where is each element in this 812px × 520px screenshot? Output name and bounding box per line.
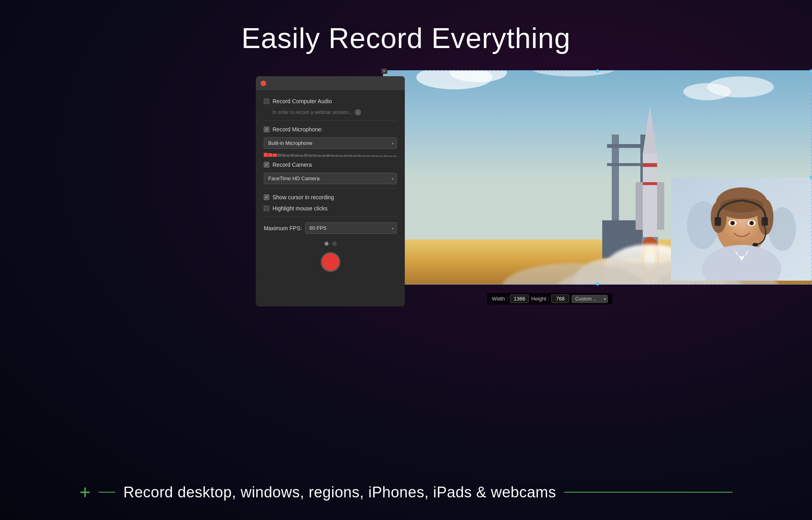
mic-bar-8 [295,154,299,157]
mic-bar-5 [282,154,286,157]
record-audio-label: Record Computer Audio [273,98,332,104]
bottom-divider-right [564,492,733,493]
record-audio-row: Record Computer Audio [264,98,397,104]
webinar-note-row: In order to record a webinar session... … [273,109,397,116]
mic-bar-2 [268,153,272,157]
mic-bar-22 [357,155,361,157]
highlight-clicks-label: Highlight mouse clicks [273,205,328,212]
mic-bar-7 [290,154,294,157]
show-cursor-checkbox[interactable] [264,195,269,200]
page-container: Easily Record Everything ✕ [0,0,812,308]
show-cursor-label: Show cursor in recording [273,194,334,200]
bottom-section: + Record desktop, windows, regions, iPho… [0,464,812,520]
record-audio-checkbox[interactable] [264,98,269,104]
record-camera-row: Record Camera [264,162,397,168]
camera-dropdown[interactable]: FaceTime HD Camera External Camera [264,173,397,184]
mic-bar-11 [308,154,312,157]
mic-bar-27 [379,156,383,157]
fps-label: Maximum FPS: [264,225,302,231]
panel-content: Record Computer Audio In order to record… [256,90,405,278]
mic-bar-18 [339,155,343,157]
mic-bar-13 [317,155,321,157]
mic-bar-28 [384,155,388,157]
width-label: Width : [492,296,508,302]
bottom-description: Record desktop, windows, regions, iPhone… [123,484,556,501]
mic-bar-30 [393,156,397,157]
microphone-dropdown-wrapper: Built-in Microphone External Microphone … [264,137,397,149]
record-button-inner [327,258,334,266]
custom-dropdown-wrapper: Custom ... 1920×1080 1280×720 1024×768 ▾ [572,295,608,303]
show-cursor-row: Show cursor in recording [264,194,397,200]
svg-rect-15 [643,182,657,185]
svg-point-43 [731,222,734,224]
fps-dropdown[interactable]: 60 FPS 30 FPS 24 FPS 15 FPS [305,222,397,234]
record-button-area [264,252,397,272]
close-icon[interactable]: ✕ [381,68,387,74]
webcam-person-svg [671,177,812,281]
panel-titlebar [256,76,405,90]
mic-bar-3 [273,154,276,157]
mic-bar-20 [348,155,352,157]
svg-point-44 [750,222,753,224]
svg-rect-14 [643,163,657,167]
mic-bar-15 [326,154,330,157]
divider-3 [264,216,397,217]
recording-area: ✕ Record Computer [256,70,812,308]
camera-dropdown-wrapper: FaceTime HD Camera External Camera ▾ [264,173,397,184]
height-value[interactable]: 768 [551,295,569,303]
svg-rect-17 [657,182,664,230]
dot-1[interactable] [325,242,329,246]
width-value[interactable]: 1366 [510,295,529,303]
height-label: Height : [531,296,549,302]
mic-bar-14 [322,155,326,157]
mic-bar-4 [277,154,281,157]
mic-bar-17 [335,155,339,157]
mic-bar-10 [304,154,308,157]
info-icon[interactable]: i [355,109,361,116]
svg-rect-16 [636,182,643,230]
fps-row: Maximum FPS: 60 FPS 30 FPS 24 FPS 15 FPS… [264,222,397,234]
mic-bar-26 [375,155,379,157]
bottom-divider-left [99,492,115,493]
mic-bar-12 [313,154,317,157]
mic-bar-1 [264,153,268,157]
page-title: Easily Record Everything [0,0,812,70]
mic-level-bars [264,153,397,157]
plus-icon: + [79,483,91,502]
divider-2 [264,188,397,189]
mic-bar-16 [331,155,334,157]
svg-point-5 [683,83,731,100]
record-camera-label: Record Camera [273,162,312,168]
traffic-light[interactable] [261,81,266,86]
custom-dropdown[interactable]: Custom ... 1920×1080 1280×720 1024×768 [572,295,608,303]
record-microphone-row: Record Microphone: [264,126,397,133]
webcam-overlay [671,177,812,281]
mic-bar-19 [344,155,348,157]
microphone-dropdown[interactable]: Built-in Microphone External Microphone [264,137,397,149]
dot-2[interactable] [333,242,336,246]
mic-bar-21 [353,155,357,157]
highlight-clicks-checkbox[interactable] [264,206,269,211]
mic-bar-24 [366,155,370,157]
mic-bar-29 [389,156,392,157]
divider-1 [264,120,397,121]
main-screenshot [383,70,812,285]
control-panel: Record Computer Audio In order to record… [256,76,405,306]
dimension-bar: Width : 1366 Height : 768 Custom ... 192… [487,293,613,304]
mic-bar-6 [286,154,290,157]
record-camera-checkbox[interactable] [264,162,269,168]
svg-rect-8 [607,144,645,148]
pagination-dots [264,242,397,246]
fps-dropdown-wrapper: 60 FPS 30 FPS 24 FPS 15 FPS ▾ [305,222,397,234]
webinar-note-text: In order to record a webinar session... [273,110,352,115]
svg-rect-45 [715,217,721,226]
svg-rect-9 [607,163,640,166]
mic-bar-25 [371,155,375,157]
mic-bar-9 [300,155,304,157]
record-microphone-label: Record Microphone: [273,126,323,133]
record-button[interactable] [321,252,340,272]
highlight-clicks-row: Highlight mouse clicks [264,205,397,212]
mic-bar-23 [362,155,365,157]
record-microphone-checkbox[interactable] [264,127,269,132]
